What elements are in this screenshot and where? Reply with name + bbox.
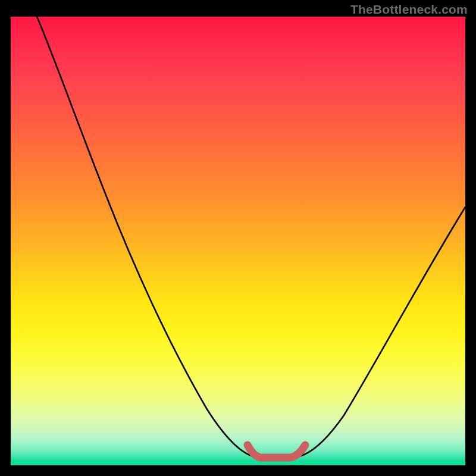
plot-area <box>11 17 465 465</box>
watermark-text: TheBottleneck.com <box>350 2 468 17</box>
bottleneck-curve <box>37 17 465 457</box>
chart-frame: TheBottleneck.com <box>0 0 476 476</box>
optimal-zone-highlight <box>248 445 305 458</box>
curve-layer <box>11 17 465 465</box>
